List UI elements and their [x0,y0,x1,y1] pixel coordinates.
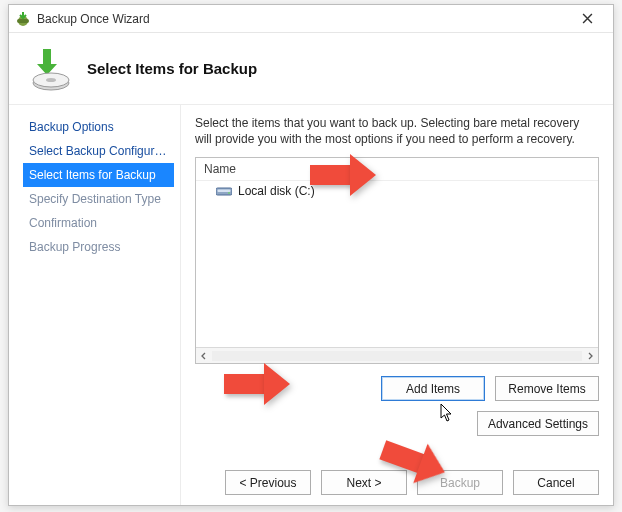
advanced-settings-button[interactable]: Advanced Settings [477,411,599,436]
scroll-track[interactable] [212,351,582,361]
scroll-right-icon[interactable] [582,348,598,364]
app-icon [15,11,31,27]
backup-button: Backup [417,470,503,495]
window-title: Backup Once Wizard [37,12,567,26]
step-backup-options[interactable]: Backup Options [23,115,174,139]
instructions-text: Select the items that you want to back u… [195,115,599,147]
cancel-button[interactable]: Cancel [513,470,599,495]
wizard-window: Backup Once Wizard Select Items for Back… [8,4,614,506]
step-backup-progress: Backup Progress [23,235,174,259]
next-button[interactable]: Next > [321,470,407,495]
remove-items-button[interactable]: Remove Items [495,376,599,401]
add-items-button[interactable]: Add Items [381,376,485,401]
list-column-header[interactable]: Name [196,158,598,181]
disk-icon [216,185,232,197]
step-select-backup-config[interactable]: Select Backup Configurat... [23,139,174,163]
step-select-items[interactable]: Select Items for Backup [23,163,174,187]
wizard-steps-sidebar: Backup Options Select Backup Configurat.… [9,105,181,505]
wizard-header: Select Items for Backup [9,33,613,105]
scroll-left-icon[interactable] [196,348,212,364]
item-buttons-row: Add Items Remove Items [195,376,599,401]
titlebar: Backup Once Wizard [9,5,613,33]
list-item-label: Local disk (C:) [238,184,315,198]
previous-button[interactable]: < Previous [225,470,311,495]
wizard-main: Select the items that you want to back u… [181,105,613,505]
svg-rect-1 [17,19,29,23]
svg-point-7 [228,192,230,194]
page-title: Select Items for Backup [87,60,257,77]
wizard-nav-row: < Previous Next > Backup Cancel [195,470,599,495]
advanced-row: Advanced Settings [195,411,599,436]
close-icon [582,13,593,24]
list-body[interactable]: Local disk (C:) [196,181,598,347]
svg-rect-6 [218,190,231,193]
close-button[interactable] [567,7,607,31]
step-confirmation: Confirmation [23,211,174,235]
backup-icon [25,45,73,93]
items-list: Name Local disk (C:) [195,157,599,364]
wizard-body: Backup Options Select Backup Configurat.… [9,105,613,505]
list-item[interactable]: Local disk (C:) [196,181,598,201]
horizontal-scrollbar[interactable] [196,347,598,363]
step-destination-type: Specify Destination Type [23,187,174,211]
svg-point-4 [46,78,56,82]
